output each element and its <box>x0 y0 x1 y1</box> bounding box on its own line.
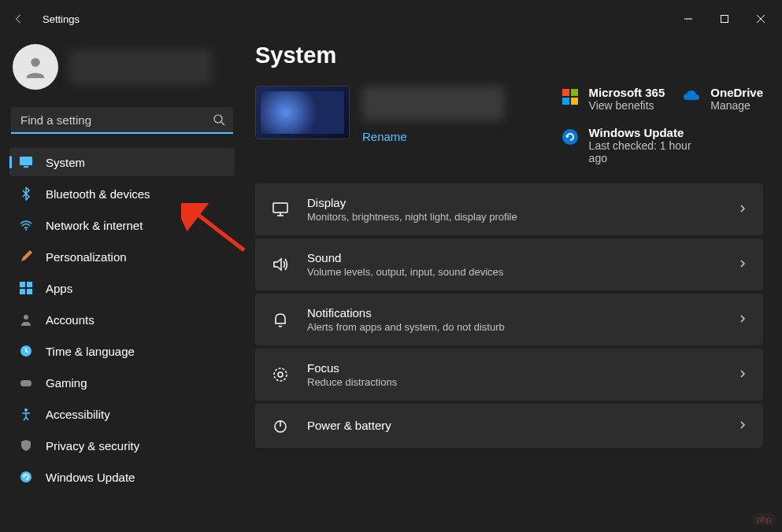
service-title: Microsoft 365 <box>589 86 665 99</box>
nav-item-accessibility[interactable]: Accessibility <box>9 400 235 428</box>
setting-title: Sound <box>307 251 503 264</box>
search-container <box>11 107 233 134</box>
setting-item-sound[interactable]: Sound Volume levels, output, input, soun… <box>255 238 763 290</box>
chevron-right-icon <box>738 202 747 216</box>
svg-point-19 <box>562 129 578 145</box>
nav-item-update[interactable]: Windows Update <box>9 463 235 491</box>
titlebar: Settings <box>0 0 782 38</box>
svg-rect-18 <box>571 98 578 105</box>
window-controls <box>670 6 779 31</box>
nav-label: Bluetooth & devices <box>46 187 150 201</box>
m365-icon <box>561 87 580 106</box>
maximize-button[interactable] <box>706 6 743 31</box>
service-title: OneDrive <box>710 86 763 99</box>
chevron-right-icon <box>738 257 747 272</box>
setting-item-focus[interactable]: Focus Reduce distractions <box>255 349 763 401</box>
svg-rect-6 <box>20 282 25 287</box>
device-info: Rename <box>362 86 504 164</box>
nav-label: System <box>46 156 85 169</box>
chevron-right-icon <box>738 419 747 433</box>
apps-icon <box>19 281 33 295</box>
service-sub: Manage <box>710 99 763 112</box>
svg-rect-7 <box>27 282 32 287</box>
setting-title: Notifications <box>307 306 505 320</box>
svg-point-21 <box>274 368 287 381</box>
svg-point-13 <box>24 408 28 412</box>
svg-point-5 <box>25 229 27 231</box>
nav-label: Accounts <box>46 313 95 327</box>
setting-item-power[interactable]: Power & battery <box>255 404 763 448</box>
nav-item-time[interactable]: Time & language <box>9 337 235 365</box>
svg-rect-0 <box>721 16 728 23</box>
svg-point-1 <box>31 58 39 67</box>
svg-rect-16 <box>571 89 578 96</box>
page-title: System <box>255 42 763 68</box>
svg-rect-9 <box>27 289 32 294</box>
svg-rect-17 <box>562 98 569 105</box>
nav-item-system[interactable]: System <box>9 148 235 176</box>
setting-sub: Reduce distractions <box>307 376 397 388</box>
profile-block[interactable] <box>9 38 235 104</box>
profile-name-blurred <box>69 50 211 84</box>
chevron-right-icon <box>738 368 747 382</box>
update-icon <box>19 470 33 484</box>
gamepad-icon <box>19 375 33 390</box>
chevron-right-icon <box>738 312 747 327</box>
shield-icon <box>19 438 33 453</box>
service-windows-update[interactable]: Windows Update Last checked: 1 hour ago <box>561 126 707 164</box>
watermark: php <box>752 513 776 526</box>
bell-icon <box>271 310 290 329</box>
windows-update-icon <box>561 127 580 146</box>
sidebar: System Bluetooth & devices Network & int… <box>0 38 244 532</box>
setting-sub: Alerts from apps and system, do not dist… <box>307 321 505 333</box>
svg-point-14 <box>20 471 32 482</box>
window-title: Settings <box>43 13 80 25</box>
close-button[interactable] <box>743 6 779 31</box>
avatar <box>13 44 58 90</box>
setting-item-notifications[interactable]: Notifications Alerts from apps and syste… <box>255 294 763 345</box>
onedrive-icon <box>682 87 701 106</box>
nav-item-bluetooth[interactable]: Bluetooth & devices <box>9 179 235 208</box>
accessibility-icon <box>19 407 33 421</box>
nav-item-gaming[interactable]: Gaming <box>9 368 235 397</box>
svg-rect-4 <box>24 166 28 168</box>
search-icon <box>213 113 225 129</box>
settings-list: Display Monitors, brightness, night ligh… <box>255 183 763 448</box>
display-icon <box>271 200 290 219</box>
service-sub: View benefits <box>589 99 665 112</box>
service-cards: Microsoft 365 View benefits OneDrive Man… <box>561 86 763 164</box>
minimize-button[interactable] <box>670 6 706 31</box>
brush-icon <box>19 249 33 264</box>
wifi-icon <box>19 218 33 232</box>
back-button[interactable] <box>3 3 35 35</box>
nav-label: Privacy & security <box>46 439 139 453</box>
nav-item-personalization[interactable]: Personalization <box>9 242 235 271</box>
power-icon <box>271 416 290 435</box>
nav-label: Time & language <box>46 345 135 358</box>
search-input[interactable] <box>11 107 233 134</box>
setting-item-display[interactable]: Display Monitors, brightness, night ligh… <box>255 183 763 235</box>
svg-rect-12 <box>20 380 32 386</box>
header-cards: Rename Microsoft 365 View benefits <box>255 86 763 164</box>
rename-link[interactable]: Rename <box>362 130 504 143</box>
service-m365[interactable]: Microsoft 365 View benefits <box>561 86 665 112</box>
setting-title: Display <box>307 196 517 209</box>
nav-label: Network & internet <box>46 219 143 232</box>
svg-rect-3 <box>20 157 32 165</box>
nav-label: Windows Update <box>46 471 135 484</box>
sound-icon <box>271 255 290 274</box>
device-wallpaper-thumb[interactable] <box>255 86 350 139</box>
svg-rect-15 <box>562 89 569 96</box>
main-content: System Rename Microsoft 365 Vi <box>244 38 782 532</box>
nav-label: Accessibility <box>46 408 110 421</box>
nav-item-privacy[interactable]: Privacy & security <box>9 431 235 460</box>
service-onedrive[interactable]: OneDrive Manage <box>682 86 763 112</box>
nav-list: System Bluetooth & devices Network & int… <box>9 148 235 491</box>
nav-item-accounts[interactable]: Accounts <box>9 305 235 334</box>
focus-icon <box>271 365 290 384</box>
nav-label: Personalization <box>46 250 127 264</box>
bluetooth-icon <box>19 187 33 201</box>
nav-item-network[interactable]: Network & internet <box>9 211 235 239</box>
svg-point-22 <box>278 372 283 377</box>
nav-item-apps[interactable]: Apps <box>9 274 235 302</box>
